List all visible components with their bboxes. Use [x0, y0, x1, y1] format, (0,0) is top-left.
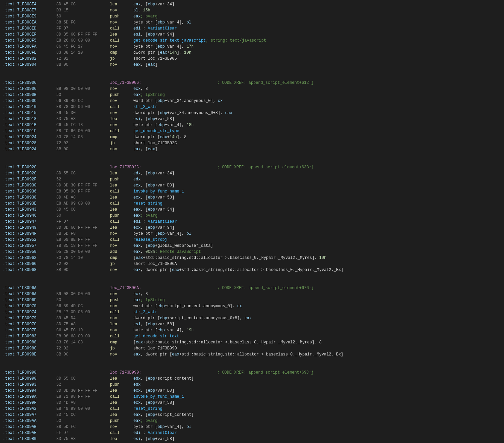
operands: eax	[133, 13, 141, 19]
bytes: 83 78 14 08	[56, 339, 110, 345]
mnemonic: mov	[110, 19, 133, 25]
operands: edi ; VariantClear	[133, 219, 177, 225]
operands: byte ptr [ebp+var_4], bl	[133, 19, 191, 25]
blank-line	[3, 364, 501, 370]
bytes: 88 5D FC	[56, 19, 110, 25]
asm-instruction: .text:71F30947FF D7calledi ; VariantClea…	[3, 219, 501, 225]
mnemonic: lea	[110, 225, 133, 231]
address: .text:71F30902	[3, 56, 56, 62]
asm-instruction: .text:71F309AEFF D7calledi ; VariantClea…	[3, 430, 501, 436]
operands: esi, [ebp+var_58]	[133, 321, 174, 327]
blank-line	[3, 68, 501, 74]
bytes: C6 45 FC 19	[56, 327, 110, 333]
bytes: E8 78 0D 06 00	[56, 104, 110, 110]
asm-instruction: .text:71F308E7D3 15movbl, 15h	[3, 7, 501, 13]
asm-instruction: .text:71F309A78D 45 CCleaeax, [ebp+scrip…	[3, 412, 501, 418]
asm-instruction: .text:71F3090272 02jbshort loc_71F3B906	[3, 56, 501, 62]
mnemonic: jb	[110, 345, 133, 351]
asm-instruction: .text:71F3098883 78 14 08cmp[eax+std::ba…	[3, 339, 501, 345]
mnemonic: mov	[110, 146, 133, 152]
mnemonic: mov	[110, 7, 133, 13]
bytes: 66 89 4D CC	[56, 303, 110, 309]
operands: eax	[133, 92, 141, 98]
address: .text:71F3092F	[3, 176, 56, 182]
mnemonic: call	[110, 394, 133, 400]
bytes: 52	[56, 382, 110, 388]
address: .text:71F3092A	[3, 146, 56, 152]
bytes: E8 98 68 00 00	[56, 333, 110, 339]
operands: edi ; VariantClear	[133, 25, 177, 32]
mnemonic: lea	[110, 195, 133, 201]
bytes: E8 49 99 00 00	[56, 406, 110, 412]
address: .text:71F30962	[3, 255, 56, 261]
bytes: 83 78 14 08	[56, 134, 110, 140]
asm-instruction: .text:71F309308D 8D 30 FF FF FFleaecx, […	[3, 182, 501, 188]
address: .text:71F3099A	[3, 394, 56, 400]
mnemonic: cmp	[110, 255, 133, 261]
bytes: 8B 00	[56, 146, 110, 152]
asm-instruction: .text:71F3092483 78 14 08cmpdword ptr [e…	[3, 134, 501, 140]
bytes: E8 AD 99 00 00	[56, 201, 110, 207]
mnemonic: lea	[110, 400, 133, 406]
operands: eax, [eax]	[133, 62, 158, 68]
asm-instruction: .text:71F309908D 55 CCleaedx, [ebp+scrip…	[3, 376, 501, 382]
operands: eax, [eax]	[133, 146, 158, 152]
address: .text:71F3090B	[3, 92, 56, 98]
address: .text:71F30906	[3, 80, 56, 86]
operands: edi ; VariantClear	[133, 430, 177, 436]
bytes: C6 45 FC 17	[56, 44, 110, 50]
bytes: 8D 4D A8	[56, 195, 110, 201]
inline-comment: ; pvarg	[141, 13, 158, 19]
operands: eax, dword ptr [eax+std::basic_string,st…	[133, 351, 343, 357]
asm-instruction: .text:71F3098E8B 00moveax, dword ptr [ea…	[3, 351, 501, 357]
asm-instruction: .text:71F3097FC6 45 FC 19movbyte ptr [eb…	[3, 327, 501, 333]
operands: short loc_71F3B96A	[133, 261, 177, 267]
bytes: 8D 8D 6C FF FF FF	[56, 225, 110, 231]
address: .text:71F3091F	[3, 128, 56, 134]
inline-comment: ; lpString	[141, 92, 165, 98]
address: .text:71F3096F	[3, 297, 56, 303]
asm-instruction: .text:71F3098C72 02jbshort loc_71F3B990	[3, 345, 501, 351]
address: .text:71F308FA	[3, 44, 56, 50]
bytes: 50	[56, 297, 110, 303]
mnemonic: mov	[110, 327, 133, 333]
operands: ecx, [ebp+var_58]	[133, 195, 174, 201]
operands: edx, [ebp+var_34]	[133, 170, 174, 176]
mnemonic: lea	[110, 321, 133, 327]
mnemonic: lea	[110, 207, 133, 213]
mnemonic: mov	[110, 62, 133, 68]
inline-comment: ; Remote JavaScript	[155, 249, 201, 255]
bytes: C6 45 FC 18	[56, 122, 110, 128]
mnemonic: lea	[110, 1, 133, 7]
asm-instruction: .text:71F309AA50pusheax ; pvarg	[3, 418, 501, 424]
asm-instruction: .text:71F3097066 89 4D CCmovword ptr [eb…	[3, 303, 501, 309]
asm-instruction: .text:71F309B08D 75 A8leaesi, [ebp+var_5…	[3, 436, 501, 442]
mnemonic: lea	[110, 32, 133, 38]
address: .text:71F3099F	[3, 400, 56, 406]
blank-line	[3, 74, 501, 80]
asm-instruction: .text:71F3092872 02jbshort loc_71F3B92C	[3, 140, 501, 146]
address: .text:71F30988	[3, 339, 56, 345]
label-line: .text:71F3092Cloc_71F3B92C:; CODE XREF: …	[3, 164, 501, 170]
blank-line	[3, 357, 501, 364]
operands: reset_string	[133, 201, 162, 207]
bytes: 72 02	[56, 261, 110, 267]
mnemonic: mov	[110, 424, 133, 430]
mnemonic: add	[110, 249, 133, 255]
bytes: E8 69 8E FF FF	[56, 237, 110, 243]
operands: byte ptr [ebp+var_4], 17h	[133, 44, 194, 50]
bytes: 83 38 14 10	[56, 50, 110, 56]
mnemonic: push	[110, 418, 133, 424]
bytes: 50	[56, 92, 110, 98]
mnemonic: call	[110, 25, 133, 32]
bytes: 8D 55 CC	[56, 376, 110, 382]
operands: byte ptr [ebp+var_4], bl	[133, 424, 191, 430]
address: .text:71F308F5	[3, 38, 56, 44]
bytes: 52	[56, 176, 110, 182]
blank-line	[3, 279, 501, 285]
address: .text:71F309AA	[3, 418, 56, 424]
address: .text:71F308E9	[3, 13, 56, 19]
code-label: loc_71F3B92C:	[110, 164, 217, 170]
asm-instruction: .text:71F30910E8 78 0D 06 00callstr_2_ws…	[3, 104, 501, 110]
operands: ecx, [ebp+var_D0]	[133, 182, 174, 188]
